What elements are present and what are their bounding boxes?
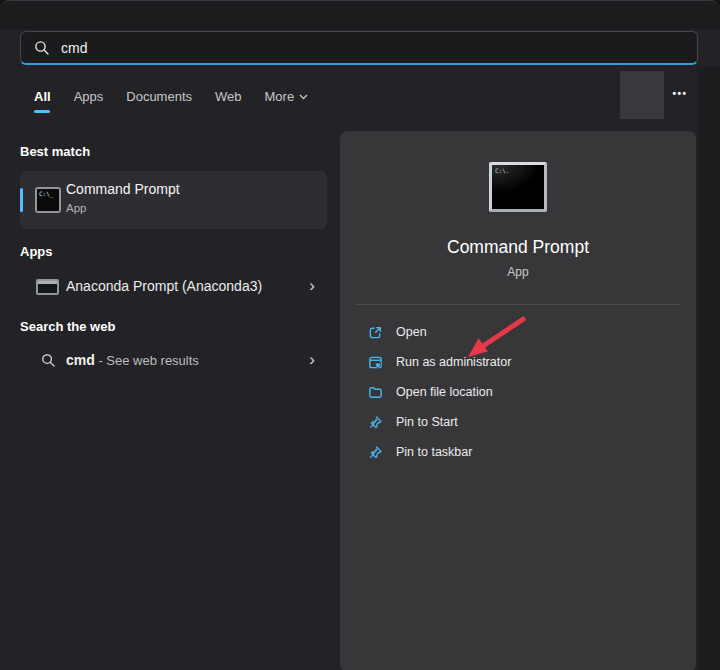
- chevron-right-icon[interactable]: ›: [309, 349, 315, 371]
- best-match-header: Best match: [20, 144, 90, 159]
- action-label: Pin to taskbar: [396, 445, 472, 459]
- action-open[interactable]: Open: [340, 317, 696, 347]
- pin-icon: [368, 445, 383, 460]
- result-subtitle: App: [66, 202, 86, 214]
- window-top-strip: [0, 1, 720, 29]
- divider: [356, 304, 680, 305]
- tab-more[interactable]: More: [265, 89, 309, 113]
- best-match-result-command-prompt[interactable]: C:\_ Command Prompt App: [20, 171, 327, 229]
- action-label: Run as administrator: [396, 355, 511, 369]
- window-right-margin: [697, 67, 720, 670]
- preview-title: Command Prompt: [340, 237, 696, 258]
- command-prompt-icon-large: C:\.: [489, 162, 547, 212]
- action-list: Open Run as administrator Open file loca…: [340, 317, 696, 467]
- search-input[interactable]: cmd: [20, 31, 698, 65]
- preview-panel: C:\. Command Prompt App Open Run as admi…: [340, 131, 696, 670]
- action-label: Open file location: [396, 385, 493, 399]
- search-the-web-header: Search the web: [20, 319, 115, 334]
- web-result-text: cmd - See web results: [66, 352, 199, 368]
- tab-web[interactable]: Web: [215, 89, 242, 113]
- result-title: Anaconda Prompt (Anaconda3): [66, 278, 262, 294]
- command-prompt-icon: C:\_: [35, 187, 61, 213]
- search-filter-tabs: All Apps Documents Web More: [34, 89, 308, 113]
- action-pin-to-taskbar[interactable]: Pin to taskbar: [340, 437, 696, 467]
- tab-all[interactable]: All: [34, 89, 51, 113]
- result-title: Command Prompt: [66, 181, 180, 197]
- search-query-text: cmd: [61, 40, 87, 56]
- apps-header: Apps: [20, 244, 53, 259]
- ellipsis-icon: •••: [672, 88, 687, 99]
- selection-accent-bar: [20, 188, 23, 212]
- run-admin-icon: [368, 355, 383, 370]
- start-search-window: cmd All Apps Documents Web More ••• Best…: [0, 0, 720, 670]
- selected-tab-underline: [34, 110, 50, 113]
- action-run-as-administrator[interactable]: Run as administrator: [340, 347, 696, 377]
- app-result-anaconda-prompt[interactable]: Anaconda Prompt (Anaconda3) ›: [20, 267, 327, 307]
- chevron-right-icon[interactable]: ›: [309, 275, 315, 297]
- action-label: Open: [396, 325, 427, 339]
- chevron-down-icon: [299, 94, 308, 100]
- pin-icon: [368, 415, 383, 430]
- more-options-button[interactable]: •••: [664, 85, 696, 103]
- preview-subtitle: App: [340, 265, 696, 279]
- tab-documents[interactable]: Documents: [126, 89, 192, 113]
- action-label: Pin to Start: [396, 415, 458, 429]
- search-icon: [34, 40, 50, 56]
- web-search-result[interactable]: cmd - See web results ›: [20, 341, 327, 381]
- action-open-file-location[interactable]: Open file location: [340, 377, 696, 407]
- search-icon: [41, 353, 56, 372]
- folder-icon: [368, 385, 383, 400]
- anaconda-prompt-icon: [36, 279, 59, 295]
- open-icon: [368, 325, 383, 340]
- tab-apps[interactable]: Apps: [74, 89, 104, 113]
- action-pin-to-start[interactable]: Pin to Start: [340, 407, 696, 437]
- gray-panel-artifact: [620, 71, 664, 119]
